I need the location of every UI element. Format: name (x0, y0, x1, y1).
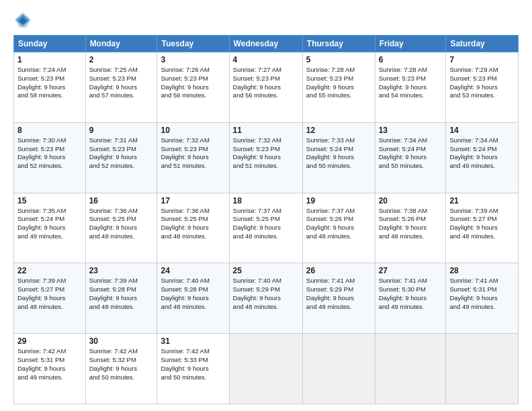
calendar-cell: 7Sunrise: 7:29 AMSunset: 5:23 PMDaylight… (446, 52, 519, 123)
day-number: 1 (17, 55, 82, 64)
day-number: 11 (233, 126, 299, 135)
day-number: 30 (89, 336, 154, 346)
calendar-cell: 27Sunrise: 7:41 AMSunset: 5:30 PMDayligh… (375, 263, 446, 334)
weekday-header-cell: Monday (85, 36, 157, 52)
day-info-line: Daylight: 9 hours (449, 224, 515, 232)
day-number: 14 (449, 126, 515, 135)
day-number: 20 (379, 196, 443, 205)
calendar-cell: 11Sunrise: 7:32 AMSunset: 5:23 PMDayligh… (229, 122, 302, 193)
day-info-line: Sunset: 5:24 PM (379, 145, 443, 154)
day-number: 13 (379, 126, 443, 135)
day-number: 31 (161, 336, 225, 346)
day-info-line: and 57 minutes. (89, 91, 154, 100)
day-info-line: and 58 minutes. (17, 91, 82, 100)
day-info-line: and 48 minutes. (161, 303, 225, 312)
day-info-line: Daylight: 9 hours (306, 153, 371, 162)
weekday-header-cell: Friday (375, 36, 446, 52)
calendar-week-row: 22Sunrise: 7:39 AMSunset: 5:27 PMDayligh… (14, 263, 519, 334)
day-info-line: Daylight: 9 hours (233, 224, 299, 232)
day-info-line: Sunset: 5:23 PM (17, 145, 82, 154)
day-number: 24 (161, 266, 225, 275)
weekday-header-cell: Thursday (302, 36, 375, 52)
day-info-line: and 50 minutes. (306, 162, 371, 171)
day-info-line: Sunrise: 7:38 AM (379, 207, 443, 216)
day-info-line: Sunrise: 7:28 AM (379, 66, 443, 75)
day-info-line: Sunrise: 7:34 AM (449, 136, 515, 145)
calendar-cell: 14Sunrise: 7:34 AMSunset: 5:24 PMDayligh… (446, 122, 519, 193)
calendar-cell: 22Sunrise: 7:39 AMSunset: 5:27 PMDayligh… (14, 263, 86, 334)
day-info-line: Daylight: 9 hours (233, 83, 299, 92)
calendar-week-row: 1Sunrise: 7:24 AMSunset: 5:23 PMDaylight… (14, 52, 519, 123)
day-info-line: Sunrise: 7:35 AM (17, 207, 82, 216)
weekday-header-cell: Saturday (446, 36, 519, 52)
day-info-line: Sunrise: 7:36 AM (161, 207, 225, 216)
day-info-line: Sunset: 5:26 PM (306, 215, 371, 224)
calendar-cell: 12Sunrise: 7:33 AMSunset: 5:24 PMDayligh… (302, 122, 375, 193)
day-info-line: Sunrise: 7:30 AM (17, 136, 82, 145)
calendar-cell: 29Sunrise: 7:42 AMSunset: 5:31 PMDayligh… (14, 334, 86, 404)
day-number: 16 (89, 196, 154, 205)
day-info-line: Sunrise: 7:31 AM (89, 136, 154, 145)
calendar-table: SundayMondayTuesdayWednesdayThursdayFrid… (13, 35, 519, 404)
calendar-cell: 15Sunrise: 7:35 AMSunset: 5:24 PMDayligh… (14, 193, 86, 263)
calendar-cell: 9Sunrise: 7:31 AMSunset: 5:23 PMDaylight… (85, 122, 157, 193)
day-info-line: Daylight: 9 hours (17, 153, 82, 162)
calendar-cell: 28Sunrise: 7:41 AMSunset: 5:31 PMDayligh… (446, 263, 519, 334)
day-info-line: and 53 minutes. (449, 91, 515, 100)
calendar-cell: 4Sunrise: 7:27 AMSunset: 5:23 PMDaylight… (229, 52, 302, 123)
day-info-line: Sunrise: 7:29 AM (449, 66, 515, 75)
day-info-line: Daylight: 9 hours (306, 83, 371, 92)
day-info-line: Sunrise: 7:37 AM (233, 207, 299, 216)
weekday-header-cell: Tuesday (157, 36, 229, 52)
day-info-line: and 49 minutes. (17, 373, 82, 382)
day-info-line: Daylight: 9 hours (306, 224, 371, 232)
day-info-line: and 48 minutes. (89, 303, 154, 312)
day-number: 25 (233, 266, 299, 275)
day-info-line: and 54 minutes. (379, 91, 443, 100)
day-info-line: Daylight: 9 hours (161, 224, 225, 232)
day-number: 19 (306, 196, 371, 205)
calendar-cell (446, 334, 519, 404)
calendar-cell: 30Sunrise: 7:42 AMSunset: 5:32 PMDayligh… (85, 334, 157, 404)
day-info-line: and 56 minutes. (161, 91, 225, 100)
day-info-line: Sunset: 5:23 PM (233, 145, 299, 154)
day-info-line: Sunset: 5:25 PM (233, 215, 299, 224)
day-info-line: Sunrise: 7:32 AM (233, 136, 299, 145)
calendar-cell (229, 334, 302, 404)
calendar-cell: 8Sunrise: 7:30 AMSunset: 5:23 PMDaylight… (14, 122, 86, 193)
calendar-cell: 31Sunrise: 7:42 AMSunset: 5:33 PMDayligh… (157, 334, 229, 404)
day-number: 7 (449, 55, 515, 64)
day-info-line: Sunset: 5:24 PM (17, 215, 82, 224)
day-info-line: Sunset: 5:23 PM (161, 145, 225, 154)
day-number: 5 (306, 55, 371, 64)
calendar-cell: 1Sunrise: 7:24 AMSunset: 5:23 PMDaylight… (14, 52, 86, 123)
weekday-header-cell: Sunday (14, 36, 86, 52)
calendar-week-row: 8Sunrise: 7:30 AMSunset: 5:23 PMDaylight… (14, 122, 519, 193)
day-info-line: Sunrise: 7:26 AM (161, 66, 225, 75)
day-info-line: Daylight: 9 hours (161, 365, 225, 373)
day-info-line: Sunrise: 7:41 AM (379, 277, 443, 285)
calendar-cell: 16Sunrise: 7:36 AMSunset: 5:25 PMDayligh… (85, 193, 157, 263)
page: SundayMondayTuesdayWednesdayThursdayFrid… (0, 0, 532, 411)
day-info-line: Daylight: 9 hours (449, 294, 515, 303)
day-info-line: Sunrise: 7:40 AM (161, 277, 225, 285)
calendar-cell: 18Sunrise: 7:37 AMSunset: 5:25 PMDayligh… (229, 193, 302, 263)
day-info-line: and 49 minutes. (17, 232, 82, 241)
day-info-line: Sunset: 5:30 PM (379, 285, 443, 294)
day-number: 27 (379, 266, 443, 275)
calendar-body: 1Sunrise: 7:24 AMSunset: 5:23 PMDaylight… (14, 52, 519, 404)
calendar-cell (375, 334, 446, 404)
day-info-line: Daylight: 9 hours (161, 294, 225, 303)
day-info-line: Sunset: 5:23 PM (161, 75, 225, 83)
day-info-line: Sunrise: 7:42 AM (17, 347, 82, 356)
day-info-line: and 52 minutes. (89, 162, 154, 171)
day-info-line: and 51 minutes. (233, 162, 299, 171)
day-info-line: Daylight: 9 hours (17, 365, 82, 373)
day-info-line: Sunset: 5:28 PM (89, 285, 154, 294)
day-info-line: and 49 minutes. (449, 162, 515, 171)
day-info-line: Daylight: 9 hours (379, 294, 443, 303)
day-info-line: Sunrise: 7:41 AM (449, 277, 515, 285)
weekday-header-row: SundayMondayTuesdayWednesdayThursdayFrid… (14, 36, 519, 52)
day-info-line: Sunset: 5:31 PM (17, 356, 82, 365)
day-info-line: and 48 minutes. (89, 232, 154, 241)
